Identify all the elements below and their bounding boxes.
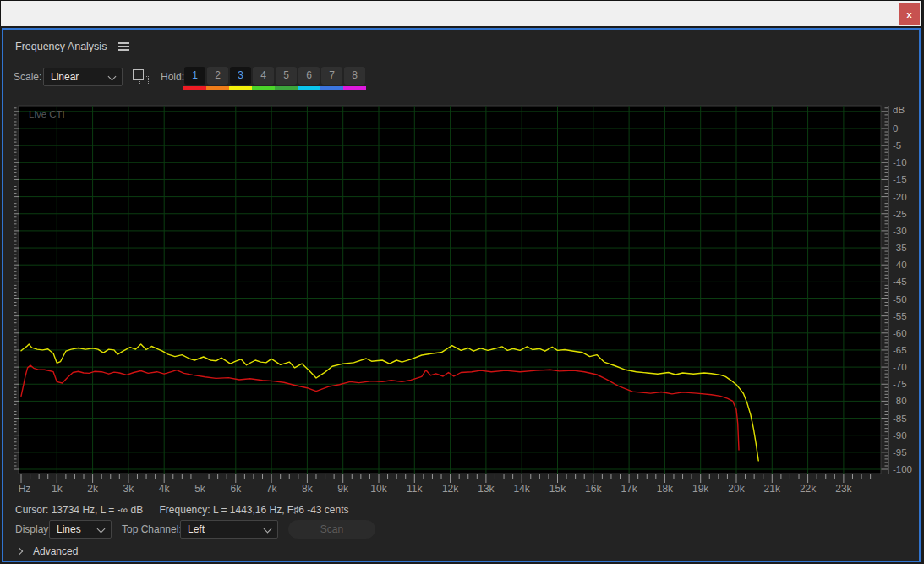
db-tick-label: -100 (893, 464, 912, 474)
hold-color-strip (183, 86, 206, 90)
advanced-toggle[interactable]: Advanced (17, 545, 78, 557)
db-tick-label: -80 (893, 396, 907, 406)
db-tick-label: 0 (893, 123, 898, 134)
freq-tick-label: 21k (764, 483, 781, 495)
window-titlebar[interactable]: x (0, 0, 922, 26)
db-tick-label: -60 (893, 328, 907, 338)
freq-tick-label: 9k (337, 483, 349, 495)
frequency-chart-svg[interactable]: dB0-5-10-15-20-25-30-35-40-45-50-55-60-6… (12, 99, 918, 498)
chevron-down-icon (108, 73, 117, 81)
db-tick-label: -15 (893, 174, 907, 184)
freq-tick-label: 17k (621, 483, 637, 495)
db-tick-label: -25 (893, 209, 907, 219)
top-channel-label: Top Channel: (122, 523, 182, 535)
freq-unit-label: Hz (19, 483, 31, 495)
freq-tick-label: 16k (585, 483, 602, 495)
db-tick-label: -65 (893, 345, 907, 355)
hold-color-strip (252, 86, 275, 90)
window-close-button[interactable]: x (899, 3, 920, 25)
advanced-label: Advanced (33, 545, 78, 557)
frequency-status: Frequency: L = 1443,16 Hz, F♯6 -43 cents (160, 504, 349, 516)
scale-value: Linear (51, 71, 79, 83)
hold-button-5[interactable]: 5 (276, 67, 297, 90)
hold-button-2[interactable]: 2 (207, 67, 228, 90)
hold-color-strip (206, 86, 229, 90)
db-tick-label: -55 (893, 311, 907, 321)
hold-button-8[interactable]: 8 (344, 67, 365, 90)
db-unit-label: dB (893, 105, 905, 115)
freq-axis-labels: Hz1k2k3k4k5k6k7k8k9k10k11k12k13k14k15k16… (19, 483, 853, 495)
chevron-down-icon (97, 525, 106, 534)
freq-tick-label: 14k (514, 483, 531, 495)
db-tick-label: -95 (893, 447, 907, 457)
hold-button-3[interactable]: 3 (230, 67, 251, 90)
frequency-analysis-panel: Frequency Analysis Scale: Linear Hold: 1… (2, 28, 921, 562)
display-value: Lines (57, 523, 81, 535)
freq-tick-label: 2k (87, 483, 99, 495)
hold-color-strip (320, 86, 343, 90)
copy-snapshot-icon[interactable] (133, 69, 151, 86)
hold-button-face[interactable]: 7 (321, 67, 342, 85)
freq-tick-label: 23k (835, 483, 852, 495)
db-tick-label: -70 (893, 362, 907, 372)
db-tick-label: -5 (893, 140, 901, 151)
db-tick-label: -10 (893, 157, 907, 167)
db-tick-label: -90 (893, 430, 907, 441)
hold-color-strip (343, 86, 366, 90)
db-tick-label: -85 (893, 413, 907, 424)
display-dropdown[interactable]: Lines (49, 520, 112, 539)
hold-button-7[interactable]: 7 (321, 67, 342, 90)
hold-button-face[interactable]: 6 (298, 67, 320, 85)
hold-color-strip (298, 86, 320, 90)
chevron-right-icon (16, 548, 23, 555)
hold-button-face[interactable]: 1 (184, 67, 205, 85)
db-axis-labels: dB0-5-10-15-20-25-30-35-40-45-50-55-60-6… (893, 105, 912, 474)
db-tick-label: -20 (893, 192, 907, 202)
freq-tick-label: 5k (194, 483, 206, 495)
hold-color-strip (229, 86, 252, 90)
freq-tick-label: 13k (478, 483, 495, 495)
hold-button-4[interactable]: 4 (253, 67, 274, 90)
hold-button-face[interactable]: 2 (207, 67, 228, 85)
freq-tick-label: 8k (302, 483, 314, 495)
hold-label: Hold: (161, 71, 184, 83)
freq-tick-label: 19k (692, 483, 709, 495)
freq-tick-label: 10k (370, 483, 387, 495)
freq-tick-label: 22k (800, 483, 817, 495)
chevron-down-icon (264, 525, 272, 534)
panel-title: Frequency Analysis (15, 41, 107, 52)
db-tick-label: -45 (893, 277, 907, 287)
freq-tick-label: 15k (549, 483, 566, 495)
hold-button-face[interactable]: 4 (253, 67, 274, 85)
db-tick-label: -40 (893, 260, 907, 270)
hold-button-face[interactable]: 3 (230, 67, 251, 85)
freq-tick-label: 12k (442, 483, 459, 495)
freq-tick-label: 1k (52, 483, 63, 495)
freq-tick-label: 18k (657, 483, 674, 495)
snapshot-solid-square (133, 69, 144, 80)
frequency-analysis-window: x Frequency Analysis Scale: Linear Hold:… (0, 0, 924, 564)
live-cti-label: Live CTI (29, 109, 65, 119)
panel-menu-icon[interactable] (118, 41, 129, 52)
hold-button-1[interactable]: 1 (184, 67, 205, 90)
freq-tick-label: 6k (230, 483, 242, 495)
db-tick-label: -30 (893, 226, 907, 236)
top-channel-value: Left (188, 523, 205, 535)
hold-button-face[interactable]: 5 (276, 67, 297, 85)
freq-tick-label: 3k (123, 483, 135, 495)
frequency-chart[interactable]: dB0-5-10-15-20-25-30-35-40-45-50-55-60-6… (12, 99, 918, 498)
top-channel-dropdown[interactable]: Left (180, 520, 278, 539)
hold-button-6[interactable]: 6 (298, 67, 320, 90)
freq-tick-label: 4k (159, 483, 171, 495)
cursor-status: Cursor: 13734 Hz, L = -∞ dB (15, 504, 143, 516)
panel-header: Frequency Analysis (15, 40, 129, 53)
freq-tick-label: 7k (266, 483, 278, 495)
scale-dropdown[interactable]: Linear (43, 68, 123, 86)
freq-tick-ruler (21, 474, 871, 483)
display-label: Display: (15, 523, 52, 535)
hold-buttons-group: 12345678 (184, 67, 365, 90)
hold-button-face[interactable]: 8 (344, 67, 365, 85)
freq-tick-label: 20k (728, 483, 745, 495)
scan-button[interactable]: Scan (288, 520, 375, 539)
hold-color-strip (275, 86, 298, 90)
